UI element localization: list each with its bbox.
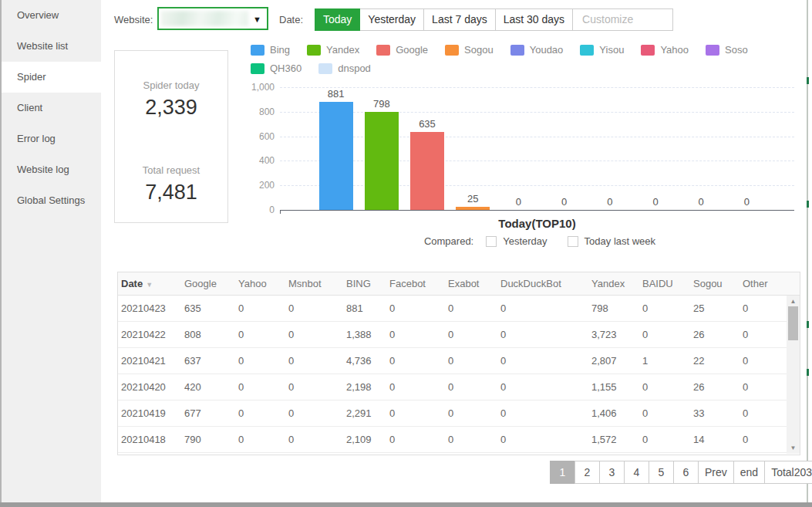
- table-cell: 0: [448, 434, 500, 445]
- legend-item-youdao[interactable]: Youdao: [510, 44, 564, 56]
- compared-option-yesterday[interactable]: Yesterday: [486, 235, 547, 247]
- prev-page-button[interactable]: Prev: [698, 461, 734, 484]
- column-header-exabot[interactable]: Exabot: [448, 278, 500, 289]
- legend-item-yisou[interactable]: Yisou: [580, 44, 624, 56]
- date-button-last-30-days[interactable]: Last 30 days: [496, 8, 573, 31]
- sidebar-item-global-settings[interactable]: Global Settings: [2, 185, 101, 216]
- page-button-3[interactable]: 3: [599, 461, 625, 484]
- table-cell: 0: [389, 381, 448, 393]
- chart-axis-tick: [280, 210, 281, 214]
- legend-swatch-icon: [580, 45, 594, 56]
- table-cell: 635: [184, 303, 238, 314]
- table-row[interactable]: 20210420420002,1980001,1550260: [118, 374, 800, 401]
- scroll-down-icon[interactable]: ▼: [787, 444, 800, 451]
- checkbox-icon[interactable]: [486, 236, 497, 247]
- table-row[interactable]: 20210418790002,1090001,5720140: [118, 427, 800, 453]
- table-cell: 0: [642, 303, 693, 314]
- date-button-customize[interactable]: Customize: [573, 8, 673, 31]
- table-cell: 20210421: [121, 355, 184, 367]
- sidebar-item-spider[interactable]: Spider: [2, 62, 101, 93]
- page-button-6[interactable]: 6: [673, 461, 699, 484]
- column-header-label: Yandex: [591, 278, 625, 289]
- legend-swatch-icon: [251, 45, 264, 56]
- legend-swatch-icon: [307, 45, 321, 56]
- chart-bar-yandex[interactable]: [365, 112, 399, 210]
- legend-item-label: Soso: [725, 44, 748, 56]
- sidebar-item-overview[interactable]: Overview: [2, 0, 101, 31]
- chart-bar-value-label: 635: [404, 118, 450, 130]
- page-button-2[interactable]: 2: [574, 461, 600, 484]
- legend-item-google[interactable]: Google: [376, 44, 428, 56]
- chart-bar-bing[interactable]: [319, 102, 353, 210]
- column-header-yandex[interactable]: Yandex: [591, 278, 642, 289]
- chart-bar-google[interactable]: [410, 132, 444, 210]
- column-header-facebot[interactable]: Facebot: [389, 278, 448, 289]
- legend-item-bing[interactable]: Bing: [251, 44, 290, 56]
- spider-today-label: Spider today: [115, 79, 227, 91]
- table-row[interactable]: 20210421637004,7360002,8071220: [118, 348, 800, 374]
- spider-stats-card: Spider today 2,339 Total request 7,481: [114, 50, 228, 223]
- legend-item-dnspod[interactable]: dnspod: [318, 63, 371, 74]
- page-button-5[interactable]: 5: [649, 461, 674, 484]
- chart-gridline: [280, 161, 794, 161]
- chart-bar-value-label: 0: [723, 196, 770, 208]
- scrollbar-thumb[interactable]: [788, 306, 798, 340]
- column-header-label: BAIDU: [642, 278, 673, 289]
- column-header-label: Facebot: [389, 278, 426, 289]
- y-axis-tick-label: 400: [241, 155, 275, 166]
- scroll-up-icon[interactable]: ▲: [787, 298, 800, 305]
- column-header-date[interactable]: Date▼: [121, 278, 184, 289]
- table-scrollbar[interactable]: ▲ ▼: [787, 296, 800, 454]
- table-cell: 0: [389, 407, 448, 419]
- date-button-yesterday[interactable]: Yesterday: [360, 8, 424, 31]
- sidebar-item-website-list[interactable]: Website list: [2, 31, 101, 62]
- legend-item-yahoo[interactable]: Yahoo: [641, 44, 689, 56]
- date-button-last-7-days[interactable]: Last 7 days: [424, 8, 496, 31]
- legend-item-soso[interactable]: Soso: [706, 44, 748, 56]
- table-row[interactable]: 20210423635008810007980250: [118, 296, 800, 322]
- column-header-yahoo[interactable]: Yahoo: [238, 278, 288, 289]
- legend-item-label: Yisou: [599, 44, 624, 56]
- column-header-bing[interactable]: BING: [346, 278, 389, 289]
- column-header-label: Yahoo: [238, 278, 267, 289]
- table-cell: 0: [389, 434, 448, 445]
- legend-item-qh360[interactable]: QH360: [251, 63, 302, 74]
- legend-swatch-icon: [706, 45, 719, 56]
- legend-item-label: Youdao: [530, 44, 564, 56]
- table-cell: 0: [500, 381, 591, 393]
- page-button-4[interactable]: 4: [624, 461, 649, 484]
- last-page-button[interactable]: end: [733, 461, 765, 484]
- table-cell: 0: [448, 381, 500, 393]
- sort-caret-icon[interactable]: ▼: [146, 281, 153, 289]
- compared-options: YesterdayToday last week: [486, 235, 676, 247]
- website-select-dropdown[interactable]: ▼: [157, 7, 268, 30]
- column-header-msnbot[interactable]: Msnbot: [288, 278, 346, 289]
- table-cell: 790: [184, 434, 238, 445]
- column-header-sogou[interactable]: Sogou: [693, 278, 743, 289]
- sidebar-item-error-log[interactable]: Error log: [2, 123, 101, 154]
- table-cell: 1,406: [591, 407, 642, 419]
- table-row[interactable]: 20210419677002,2910001,4060330: [118, 401, 800, 427]
- column-header-duckduckbot[interactable]: DuckDuckBot: [500, 278, 591, 289]
- legend-item-yandex[interactable]: Yandex: [307, 44, 359, 56]
- table-cell: 26: [693, 329, 743, 340]
- sidebar-item-client[interactable]: Client: [2, 93, 101, 123]
- table-cell: 0: [448, 303, 500, 314]
- table-row[interactable]: 20210422808001,3880003,7230260: [118, 322, 800, 348]
- column-header-google[interactable]: Google: [184, 278, 238, 289]
- table-cell: 20210420: [121, 381, 184, 393]
- sidebar-item-website-log[interactable]: Website log: [2, 154, 101, 185]
- page-button-1[interactable]: 1: [550, 461, 575, 484]
- column-header-other[interactable]: Other: [743, 278, 800, 289]
- compared-label: Compared:: [424, 235, 473, 247]
- legend-item-label: Yahoo: [660, 44, 689, 56]
- table-cell: 637: [184, 355, 238, 367]
- table-cell: 1,388: [346, 329, 389, 340]
- checkbox-icon[interactable]: [568, 236, 578, 247]
- date-button-today[interactable]: Today: [315, 8, 360, 31]
- table-cell: 0: [500, 329, 591, 340]
- column-header-label: DuckDuckBot: [500, 278, 561, 289]
- compared-option-today-last-week[interactable]: Today last week: [568, 235, 656, 247]
- column-header-baidu[interactable]: BAIDU: [642, 278, 693, 289]
- legend-item-sogou[interactable]: Sogou: [445, 44, 494, 56]
